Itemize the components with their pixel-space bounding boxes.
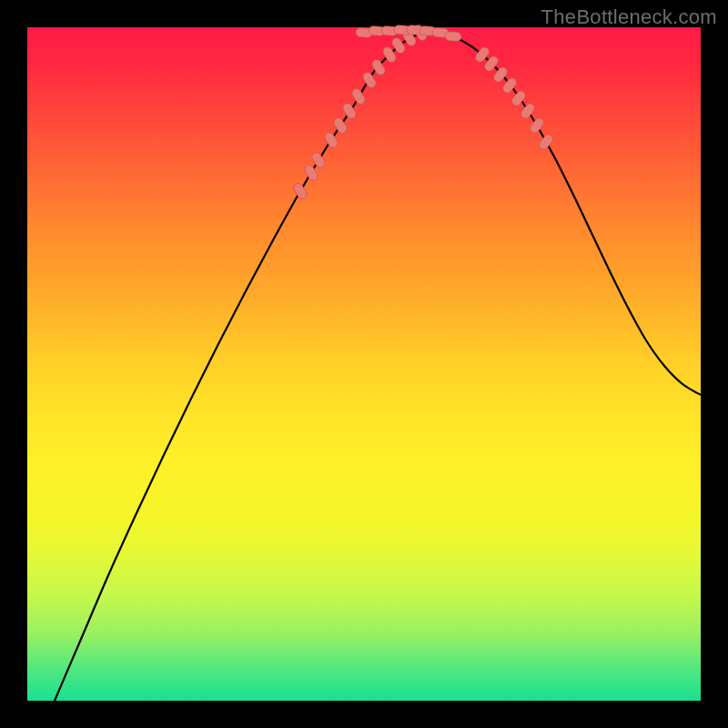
data-dot [529, 116, 546, 135]
chart-svg [27, 27, 701, 701]
data-dot [292, 182, 308, 201]
outer-frame: TheBottleneck.com [0, 0, 728, 728]
data-dot [445, 31, 462, 41]
watermark-text: TheBottleneck.com [541, 5, 717, 29]
data-dot [520, 102, 537, 120]
left-curve-path [55, 31, 428, 701]
data-dot [538, 133, 555, 151]
data-dot [323, 131, 339, 150]
data-dot [350, 87, 367, 106]
chart-plot-area [27, 27, 701, 701]
dots-left-group [292, 24, 429, 201]
right-curve-path [428, 31, 701, 395]
